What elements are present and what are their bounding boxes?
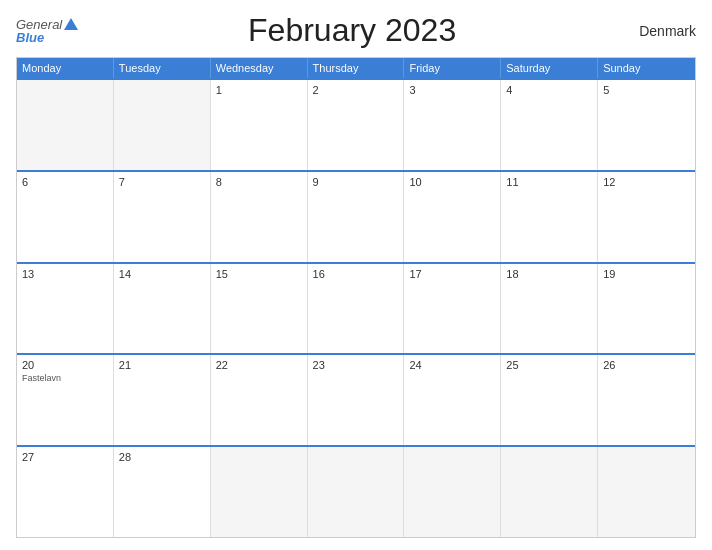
cell-w3-sat: 18 bbox=[501, 264, 598, 354]
cell-w1-mon bbox=[17, 80, 114, 170]
cell-w1-wed: 1 bbox=[211, 80, 308, 170]
cell-w4-sun: 26 bbox=[598, 355, 695, 445]
cell-w2-sat: 11 bbox=[501, 172, 598, 262]
week-1: 1 2 3 4 5 bbox=[17, 78, 695, 170]
cell-w4-fri: 24 bbox=[404, 355, 501, 445]
header-sunday: Sunday bbox=[598, 58, 695, 78]
cell-w5-sun bbox=[598, 447, 695, 537]
cell-w5-tue: 28 bbox=[114, 447, 211, 537]
week-5: 27 28 bbox=[17, 445, 695, 537]
cell-w1-sat: 4 bbox=[501, 80, 598, 170]
calendar-title: February 2023 bbox=[78, 12, 626, 49]
week-3: 13 14 15 16 17 18 19 bbox=[17, 262, 695, 354]
week-4: 20 Fastelavn 21 22 23 24 25 26 bbox=[17, 353, 695, 445]
calendar: Monday Tuesday Wednesday Thursday Friday… bbox=[16, 57, 696, 538]
cell-w2-mon: 6 bbox=[17, 172, 114, 262]
week-2: 6 7 8 9 10 11 12 bbox=[17, 170, 695, 262]
header-friday: Friday bbox=[404, 58, 501, 78]
cell-w3-thu: 16 bbox=[308, 264, 405, 354]
cell-w4-thu: 23 bbox=[308, 355, 405, 445]
cell-w5-sat bbox=[501, 447, 598, 537]
logo-blue-text: Blue bbox=[16, 31, 78, 44]
cell-w3-sun: 19 bbox=[598, 264, 695, 354]
cell-w2-sun: 12 bbox=[598, 172, 695, 262]
cell-w4-sat: 25 bbox=[501, 355, 598, 445]
calendar-body: 1 2 3 4 5 6 7 8 9 10 11 12 13 14 15 16 bbox=[17, 78, 695, 537]
cell-w5-thu bbox=[308, 447, 405, 537]
header-thursday: Thursday bbox=[308, 58, 405, 78]
cell-w5-wed bbox=[211, 447, 308, 537]
logo-triangle-icon bbox=[64, 18, 78, 30]
cell-w2-tue: 7 bbox=[114, 172, 211, 262]
header-saturday: Saturday bbox=[501, 58, 598, 78]
header-monday: Monday bbox=[17, 58, 114, 78]
cell-w4-mon: 20 Fastelavn bbox=[17, 355, 114, 445]
cell-w4-tue: 21 bbox=[114, 355, 211, 445]
cell-w4-wed: 22 bbox=[211, 355, 308, 445]
cell-w1-thu: 2 bbox=[308, 80, 405, 170]
cell-w3-tue: 14 bbox=[114, 264, 211, 354]
country-label: Denmark bbox=[626, 23, 696, 39]
logo-general-text: General bbox=[16, 18, 62, 31]
cell-w2-wed: 8 bbox=[211, 172, 308, 262]
cell-w1-fri: 3 bbox=[404, 80, 501, 170]
logo: General Blue bbox=[16, 18, 78, 44]
cell-w3-mon: 13 bbox=[17, 264, 114, 354]
page: General Blue February 2023 Denmark Monda… bbox=[0, 0, 712, 550]
cell-w5-fri bbox=[404, 447, 501, 537]
weekday-header-row: Monday Tuesday Wednesday Thursday Friday… bbox=[17, 58, 695, 78]
header-wednesday: Wednesday bbox=[211, 58, 308, 78]
cell-w2-fri: 10 bbox=[404, 172, 501, 262]
cell-w1-tue bbox=[114, 80, 211, 170]
cell-w5-mon: 27 bbox=[17, 447, 114, 537]
cell-w2-thu: 9 bbox=[308, 172, 405, 262]
header: General Blue February 2023 Denmark bbox=[16, 12, 696, 49]
cell-w3-fri: 17 bbox=[404, 264, 501, 354]
cell-w3-wed: 15 bbox=[211, 264, 308, 354]
cell-w1-sun: 5 bbox=[598, 80, 695, 170]
header-tuesday: Tuesday bbox=[114, 58, 211, 78]
